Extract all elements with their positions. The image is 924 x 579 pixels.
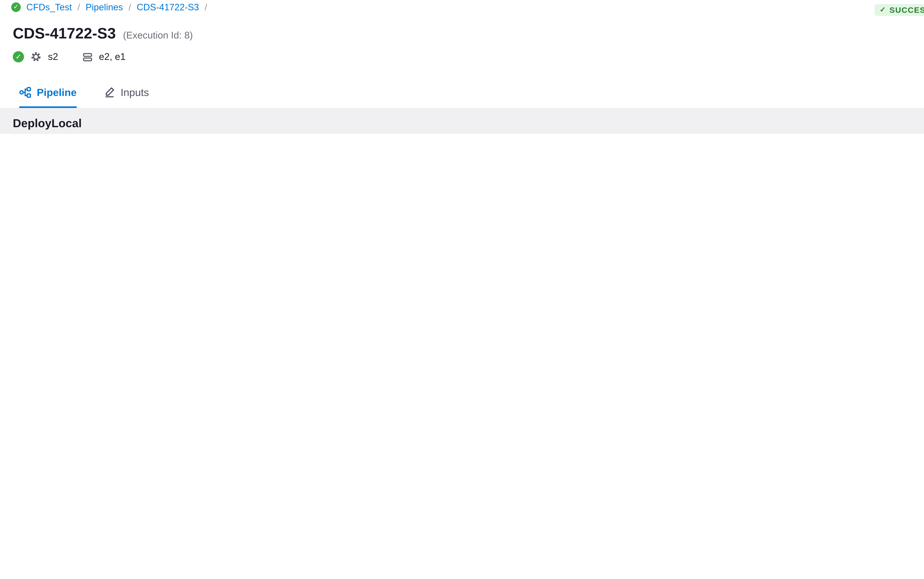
environments-icon [82,52,92,62]
environments-names: e2, e1 [99,51,126,62]
gear-icon [30,51,42,62]
breadcrumb: ✓ CFDs_Test / Pipelines / CDS-41722-S3 / [11,2,207,12]
environments-label: Environment(s) [520,134,585,134]
status-label: SUCCESS [890,5,924,14]
breadcrumb-separator: / [77,2,80,12]
status-badge: ✓ SUCCESS [875,3,924,16]
pipeline-icon [19,86,31,98]
success-check-icon: ✓ [880,5,886,13]
services-label: Service(s) [310,134,354,134]
tab-pipeline[interactable]: Pipeline [19,78,77,108]
tab-inputs[interactable]: Inputs [104,78,149,108]
stage-name: DeployLocal [13,117,82,129]
service-name: s2 [48,51,58,62]
status-check-icon: ✓ [13,51,24,62]
tab-bar: Pipeline Inputs Console View [0,78,924,109]
app: ✓ CFDs_Test / Pipelines / CDS-41722-S3 /… [0,0,924,134]
breadcrumb-pipelines[interactable]: Pipelines [86,2,123,12]
page-title: CDS-41722-S3 [13,25,116,43]
topbar-right: ✓ SUCCESS Start time 15/09/2022 16:09:26… [875,2,924,18]
project-logo-icon: ✓ [11,2,21,12]
tab-inputs-label: Inputs [121,86,149,98]
breadcrumb-pipeline[interactable]: CDS-41722-S3 [137,2,199,12]
inputs-icon [104,86,115,98]
execution-id: (Execution Id: 8) [123,29,193,41]
tab-pipeline-label: Pipeline [37,86,77,98]
breadcrumb-separator: / [129,2,131,12]
breadcrumb-separator: / [204,2,207,12]
stage-info-bar: DeployLocal Started at: 15/09/2022, 16:0… [0,108,924,134]
meta-row: ✓ s2 e2, e1 [13,51,126,62]
breadcrumb-project[interactable]: CFDs_Test [26,2,72,12]
title-row: CDS-41722-S3 (Execution Id: 8) [13,25,193,43]
